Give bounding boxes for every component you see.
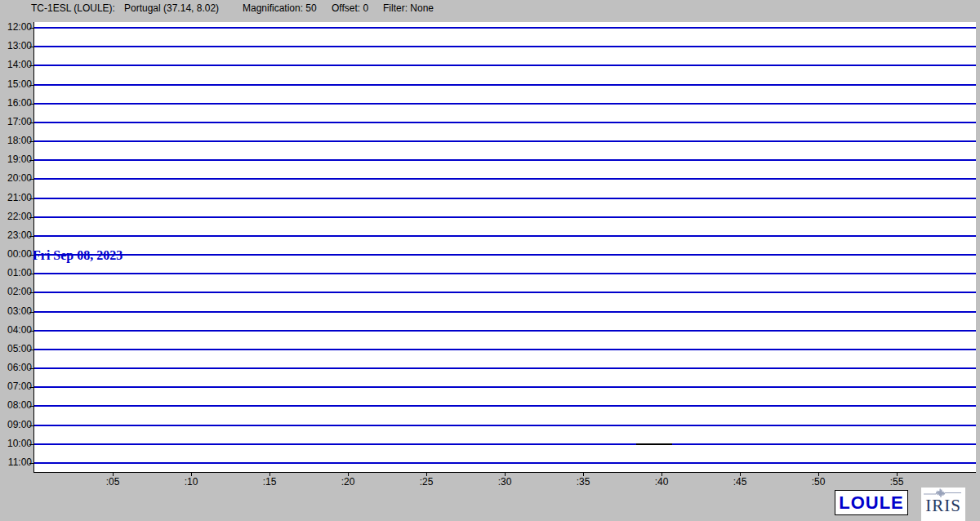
minute-label: :50: [802, 476, 835, 488]
hour-tick: [29, 463, 33, 464]
hour-label: 02:00: [0, 286, 32, 297]
hour-label: 20:00: [0, 172, 32, 184]
hour-tick: [29, 198, 33, 199]
hour-tick: [29, 104, 33, 105]
trace-line: [34, 46, 976, 47]
trace-line: [34, 27, 976, 29]
header-location-label: Portugal (37.14, 8.02): [124, 2, 219, 14]
trace-line: [34, 122, 976, 123]
hour-label: 16:00: [0, 97, 32, 109]
iris-logo-text: IRIS: [925, 497, 961, 514]
trace-line: [34, 254, 976, 256]
trace-line: [34, 292, 976, 293]
trace-line: [34, 198, 976, 199]
minute-label: :05: [96, 476, 129, 488]
minute-label: :20: [332, 476, 364, 488]
hour-label: 23:00: [0, 229, 32, 241]
minute-label: :55: [880, 476, 913, 488]
minute-label: :35: [567, 476, 599, 488]
hour-tick: [29, 274, 33, 274]
minute-label: :40: [645, 476, 678, 488]
hour-label: 14:00: [0, 59, 32, 70]
hour-tick: [29, 28, 33, 29]
hour-tick: [29, 444, 33, 445]
hour-tick: [29, 368, 33, 369]
hour-label: 08:00: [0, 399, 32, 411]
trace-line: [34, 65, 976, 66]
hour-label: 07:00: [0, 381, 32, 392]
hour-tick: [29, 160, 33, 161]
header-offset-label: Offset: 0: [332, 2, 368, 14]
station-select-button[interactable]: LOULE: [835, 490, 908, 515]
hour-tick: [29, 217, 33, 218]
hour-label: 17:00: [0, 116, 32, 127]
hour-tick: [29, 331, 33, 332]
hour-label: 18:00: [0, 135, 32, 146]
hour-tick: [29, 292, 33, 293]
helicorder-plot-area[interactable]: [33, 22, 976, 473]
header-station-label: TC-1ESL (LOULE):: [31, 2, 115, 14]
hour-label: 03:00: [0, 305, 32, 317]
hour-tick: [29, 387, 33, 388]
trace-line: [34, 273, 976, 274]
trace-line: [34, 159, 976, 161]
hour-label: 12:00: [0, 21, 32, 33]
hour-tick: [29, 406, 33, 407]
header-filter-label: Filter: None: [383, 2, 434, 14]
hour-label: 10:00: [0, 438, 32, 449]
trace-line: [34, 367, 976, 369]
hour-tick: [29, 122, 33, 123]
hour-label: 21:00: [0, 192, 32, 203]
minute-label: :30: [488, 476, 521, 488]
minute-label: :45: [724, 476, 756, 488]
trace-line: [34, 405, 976, 407]
hour-label: 11:00: [0, 456, 32, 468]
hour-tick: [29, 85, 33, 86]
trace-line: [34, 235, 976, 237]
trace-line: [34, 330, 976, 332]
hour-label: 01:00: [0, 267, 32, 278]
hour-tick: [29, 141, 33, 142]
trace-line: [34, 443, 976, 445]
hour-label: 06:00: [0, 362, 32, 373]
iris-logo: IRIS: [921, 488, 965, 521]
hour-label: 05:00: [0, 343, 32, 354]
hour-label: 00:00: [0, 248, 32, 260]
trace-line: [34, 84, 976, 86]
trace-line: [34, 311, 976, 313]
hour-tick: [29, 425, 33, 426]
minute-label: :25: [410, 476, 443, 488]
hour-tick: [29, 47, 33, 47]
trace-line: [34, 103, 976, 105]
hour-tick: [29, 179, 33, 180]
trace-line: [34, 216, 976, 218]
hour-tick: [29, 236, 33, 237]
hour-tick: [29, 312, 33, 313]
black-data-segment: [636, 443, 672, 445]
hour-label: 19:00: [0, 154, 32, 165]
trace-line: [34, 178, 976, 180]
hour-label: 13:00: [0, 40, 32, 51]
minute-label: :15: [253, 476, 286, 488]
trace-line: [34, 462, 976, 464]
hour-label: 09:00: [0, 419, 32, 430]
hour-label: 22:00: [0, 211, 32, 222]
trace-line: [34, 140, 976, 142]
trace-line: [34, 349, 976, 350]
hour-tick: [29, 350, 33, 350]
hour-tick: [29, 65, 33, 66]
header-magnification-label: Magnification: 50: [243, 2, 317, 14]
date-annotation: Fri Sep 08, 2023: [33, 247, 122, 263]
trace-line: [34, 425, 976, 426]
hour-label: 04:00: [0, 324, 32, 336]
station-button-label: LOULE: [839, 492, 904, 514]
minute-label: :10: [175, 476, 207, 488]
hour-label: 15:00: [0, 78, 32, 90]
trace-line: [34, 386, 976, 388]
